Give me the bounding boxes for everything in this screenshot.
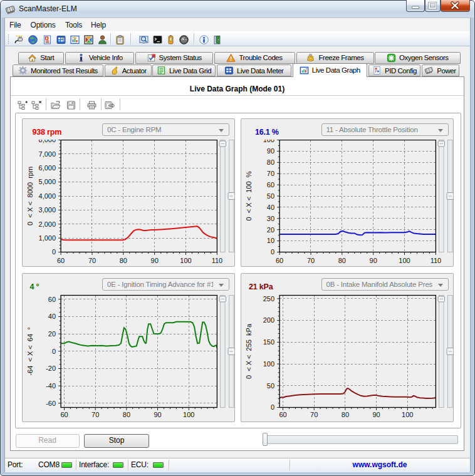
svg-text:50: 50 <box>267 381 274 389</box>
svg-text:110: 110 <box>431 256 442 264</box>
svg-text:60: 60 <box>279 410 286 418</box>
svg-text:1,000: 1,000 <box>38 234 56 241</box>
svg-text:70: 70 <box>267 170 274 177</box>
svg-text:7,000: 7,000 <box>38 150 56 157</box>
svg-text:100: 100 <box>263 360 274 367</box>
svg-text:0 < X < 255 kPa: 0 < X < 255 kPa <box>245 323 253 379</box>
svg-text:90: 90 <box>267 147 274 155</box>
svg-text:90: 90 <box>372 410 380 418</box>
svg-text:250: 250 <box>263 294 274 302</box>
svg-text:6,000: 6,000 <box>38 164 56 172</box>
svg-text:60: 60 <box>276 256 283 264</box>
svg-text:70: 70 <box>88 256 95 264</box>
svg-text:4,000: 4,000 <box>38 192 56 199</box>
svg-text:80: 80 <box>122 410 130 418</box>
svg-text:5,000: 5,000 <box>38 178 56 185</box>
svg-text:0: 0 <box>271 248 274 256</box>
svg-text:90: 90 <box>370 256 377 264</box>
svg-text:80: 80 <box>338 256 346 264</box>
svg-text:90: 90 <box>150 256 158 264</box>
svg-text:20: 20 <box>267 225 274 233</box>
svg-text:100: 100 <box>183 410 194 418</box>
svg-text:100: 100 <box>263 140 274 143</box>
svg-text:50: 50 <box>267 192 274 199</box>
svg-text:10: 10 <box>267 237 274 244</box>
svg-text:60: 60 <box>48 295 55 303</box>
svg-text:200: 200 <box>263 316 274 324</box>
svg-text:60: 60 <box>56 256 64 264</box>
svg-text:-40: -40 <box>46 381 56 389</box>
svg-text:3,000: 3,000 <box>38 206 56 214</box>
svg-text:-20: -20 <box>46 365 56 372</box>
svg-text:60: 60 <box>60 410 68 418</box>
svg-text:100: 100 <box>180 256 191 264</box>
svg-text:0: 0 <box>51 248 55 256</box>
svg-text:80: 80 <box>342 410 349 418</box>
svg-text:80: 80 <box>267 158 274 166</box>
svg-text:2,000: 2,000 <box>38 220 56 227</box>
svg-text:0 < X < 8000 rpm: 0 < X < 8000 rpm <box>26 166 33 225</box>
svg-text:110: 110 <box>211 256 222 264</box>
svg-text:150: 150 <box>263 338 274 346</box>
svg-text:60: 60 <box>267 180 274 188</box>
svg-text:40: 40 <box>267 203 274 210</box>
svg-text:100: 100 <box>402 410 413 418</box>
svg-text:0 < X < 100 %: 0 < X < 100 % <box>245 171 253 220</box>
svg-text:80: 80 <box>119 256 127 264</box>
svg-text:100: 100 <box>399 256 410 264</box>
svg-text:20: 20 <box>48 329 55 337</box>
svg-text:-60: -60 <box>46 399 56 406</box>
svg-text:70: 70 <box>310 410 318 418</box>
svg-text:0: 0 <box>51 347 55 354</box>
svg-text:40: 40 <box>48 313 55 320</box>
svg-text:90: 90 <box>154 410 161 418</box>
svg-text:70: 70 <box>307 256 315 264</box>
svg-text:0: 0 <box>271 403 274 411</box>
svg-text:30: 30 <box>267 214 274 222</box>
svg-text:70: 70 <box>91 410 99 418</box>
svg-text:8,000: 8,000 <box>38 140 56 143</box>
svg-text:-64 < X < 64 °: -64 < X < 64 ° <box>26 327 33 375</box>
